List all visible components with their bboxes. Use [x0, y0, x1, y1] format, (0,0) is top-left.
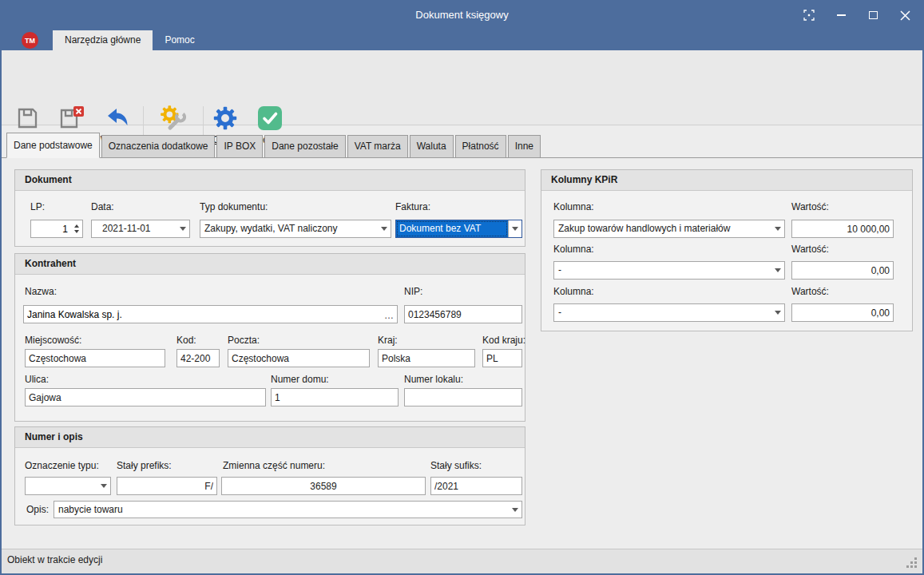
dropdown-arrow-icon [775, 311, 781, 315]
ribbon-tab-narzedzia-glowne[interactable]: Narzędzia główne [53, 30, 153, 50]
spinner-up-icon[interactable] [74, 224, 79, 228]
lp-input[interactable] [31, 220, 70, 237]
kod-kraju-label: Kod kraju: [482, 335, 525, 346]
kolumna-2-combo-button[interactable] [771, 262, 784, 279]
focus-icon [802, 8, 816, 22]
kolumna-2-combo[interactable]: - [553, 261, 785, 280]
kod-input[interactable] [176, 349, 220, 367]
faktura-combo[interactable]: Dokument bez VAT [395, 220, 522, 238]
oznaczenie-typu-label: Oznaczenie typu: [25, 460, 99, 471]
wartosc-2-label: Wartość: [791, 244, 829, 255]
kolumna-1-combo-value: Zakup towarów handlowych i materiałów [554, 220, 771, 237]
tab-oznaczenia-dodatkowe[interactable]: Oznaczenia dodatkowe [101, 135, 216, 157]
resize-grip-dots [914, 565, 917, 568]
data-combo-button[interactable] [176, 220, 189, 237]
wartosc-3-input[interactable] [791, 303, 894, 322]
nazwa-label: Nazwa: [25, 286, 57, 297]
data-combo-value: 2021-11-01 [92, 220, 176, 237]
dropdown-arrow-icon [512, 508, 518, 512]
minimize-button[interactable] [825, 0, 857, 30]
ellipsis-button[interactable]: … [384, 310, 395, 321]
data-label: Data: [91, 201, 114, 212]
typ-dokumentu-combo[interactable]: Zakupy, wydatki, VAT naliczony [200, 220, 391, 238]
numer-domu-input[interactable] [271, 388, 399, 406]
wartosc-2-input[interactable] [791, 261, 894, 280]
close-icon [900, 10, 910, 21]
document-tabstrip: Dane podstawowe Oznaczenia dodatkowe IP … [2, 133, 922, 158]
lp-spinner[interactable] [30, 220, 83, 238]
zmienna-czesc-input[interactable] [221, 477, 426, 495]
lp-spin-buttons[interactable] [70, 220, 82, 237]
app-window: Dokument księgowy [0, 0, 924, 575]
lp-label: LP: [30, 201, 45, 212]
tm-logo[interactable]: TM [22, 32, 38, 49]
faktura-combo-button[interactable] [508, 220, 521, 237]
kolumna-1-combo[interactable]: Zakup towarów handlowych i materiałów [553, 220, 785, 238]
kolumna-1-combo-button[interactable] [771, 220, 784, 237]
oznaczenie-typu-combo-value [26, 478, 97, 494]
ribbon-tab-pomoc[interactable]: Pomoc [153, 30, 206, 50]
dropdown-arrow-icon [775, 268, 781, 272]
zmienna-czesc-label: Zmienna część numeru: [223, 460, 325, 471]
window-controls [793, 0, 921, 30]
maximize-button[interactable] [857, 0, 889, 30]
kod-kraju-input[interactable] [482, 349, 522, 367]
ribbon-tab-row: TM Narzędzia główne Pomoc [2, 30, 922, 50]
gear-icon [207, 103, 244, 133]
close-button[interactable] [889, 0, 921, 30]
typ-dokumentu-combo-value: Zakupy, wydatki, VAT naliczony [200, 220, 377, 237]
opis-combo-button[interactable] [508, 502, 521, 518]
numer-lokalu-input[interactable] [404, 388, 522, 406]
maximize-icon [869, 11, 878, 19]
opis-combo[interactable]: nabycie towaru [54, 501, 522, 518]
nip-input[interactable] [404, 305, 522, 323]
group-kontrahent: Kontrahent Nazwa: … NIP: Miejscowość: Ko… [14, 253, 525, 422]
floppy-close-icon [48, 103, 94, 133]
statusbar: Obiekt w trakcie edycji [2, 549, 922, 573]
kraj-label: Kraj: [378, 335, 398, 346]
tm-logo-text: TM [25, 37, 35, 45]
kod-label: Kod: [176, 335, 196, 346]
data-combo[interactable]: 2021-11-01 [91, 220, 190, 238]
staly-sufiks-input[interactable] [430, 477, 522, 495]
kraj-input[interactable] [378, 349, 475, 367]
tab-inne[interactable]: Inne [508, 135, 541, 157]
dropdown-arrow-icon [775, 227, 781, 231]
oznaczenie-typu-combo[interactable] [25, 477, 111, 495]
nazwa-field-wrap: … [23, 305, 398, 323]
ulica-label: Ulica: [25, 374, 49, 385]
ribbon: Zapisz Zapisz i zamknij Wycofaj [2, 50, 922, 125]
group-numer-i-opis-header: Numer i opis [15, 427, 525, 448]
focus-window-button[interactable] [793, 0, 825, 30]
tab-dane-podstawowe[interactable]: Dane podstawowe [6, 133, 100, 158]
tools-icon [148, 103, 199, 133]
group-kontrahent-header: Kontrahent [15, 254, 525, 275]
tab-vat-marza[interactable]: VAT marża [347, 135, 408, 157]
typ-dokumentu-combo-button[interactable] [377, 220, 391, 237]
tab-waluta[interactable]: Waluta [410, 135, 454, 157]
dropdown-arrow-icon [180, 227, 186, 231]
spinner-down-icon[interactable] [74, 230, 79, 233]
nazwa-input[interactable] [23, 305, 398, 323]
tab-dane-pozostale[interactable]: Dane pozostałe [264, 135, 345, 157]
staly-prefiks-input[interactable] [117, 477, 217, 495]
group-numer-i-opis: Numer i opis Oznaczenie typu: Stały pref… [14, 426, 525, 525]
kolumna-3-combo-button[interactable] [771, 304, 784, 321]
poczta-label: Poczta: [228, 335, 260, 346]
opis-combo-value: nabycie towaru [54, 502, 508, 518]
tab-ip-box[interactable]: IP BOX [216, 135, 263, 157]
wartosc-1-input[interactable] [791, 220, 894, 238]
undo-icon [96, 103, 139, 133]
resize-grip[interactable] [906, 557, 917, 568]
group-kolumny-kpir-header: Kolumny KPiR [541, 170, 912, 191]
ulica-input[interactable] [25, 388, 266, 406]
staly-prefiks-label: Stały prefiks: [117, 460, 172, 471]
poczta-input[interactable] [228, 349, 370, 367]
kolumna-3-combo[interactable]: - [553, 303, 785, 322]
floppy-icon [8, 103, 46, 133]
tab-platnosc[interactable]: Płatność [455, 135, 506, 157]
miejscowosc-input[interactable] [25, 349, 165, 367]
ribbon-tabs: Narzędzia główne Pomoc [53, 30, 207, 50]
numer-lokalu-label: Numer lokalu: [404, 374, 463, 385]
oznaczenie-typu-combo-button[interactable] [97, 478, 110, 494]
